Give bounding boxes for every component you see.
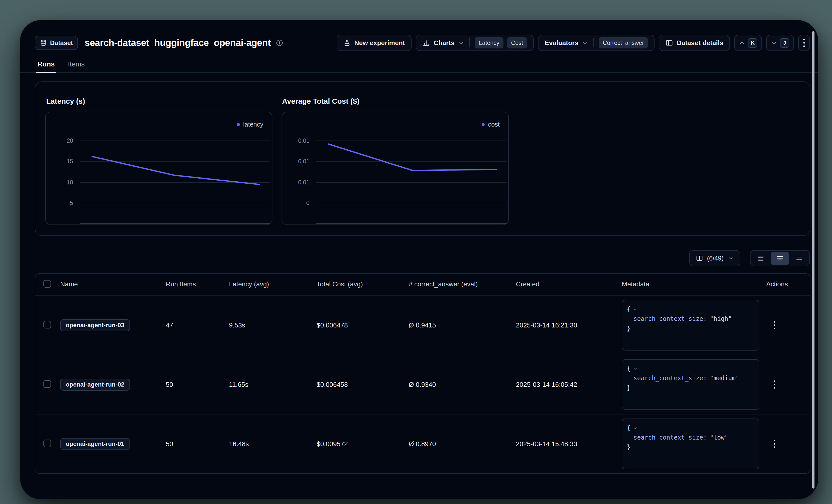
metadata-viewer[interactable]: { search_context_size:"low" } (622, 419, 759, 469)
scrollbar[interactable] (812, 31, 814, 488)
tab-runs[interactable]: Runs (36, 56, 56, 72)
metadata-key: search_context_size: (633, 375, 707, 382)
metadata-value: "medium" (710, 375, 739, 382)
table-toolbar: (6/49) (689, 250, 810, 266)
evaluators-label: Evaluators (545, 39, 578, 47)
run-items-value: 50 (166, 381, 229, 389)
tab-items[interactable]: Items (67, 56, 86, 72)
latency-line-chart-svg (46, 112, 273, 225)
chevron-down-icon[interactable] (633, 426, 638, 430)
chevron-down-icon[interactable] (633, 307, 638, 312)
column-header-name[interactable]: Name (60, 280, 166, 288)
cost-chart-title: Average Total Cost ($) (282, 97, 360, 106)
metadata-viewer[interactable]: { search_context_size:"medium" } (622, 359, 759, 410)
cost-chart-legend: cost (482, 121, 500, 128)
created-value: 2025-03-14 16:21:30 (516, 321, 622, 329)
row-checkbox[interactable] (44, 380, 51, 388)
row-actions-button[interactable] (771, 377, 778, 392)
page-title: search-dataset_huggingface_openai-agent (84, 37, 271, 48)
column-header-run-items[interactable]: Run Items (166, 280, 229, 288)
kebab-icon (774, 321, 775, 329)
metadata-value: "high" (710, 315, 732, 323)
tab-runs-label: Runs (37, 60, 55, 68)
y-tick-label: 5 (46, 199, 73, 207)
columns-icon (696, 255, 703, 262)
bar-chart-icon (422, 39, 430, 47)
run-name-badge[interactable]: openai-agent-run-03 (60, 319, 130, 331)
chevron-down-icon (582, 40, 588, 46)
kebab-icon (803, 39, 805, 47)
select-all-checkbox[interactable] (44, 280, 51, 288)
row-actions-button[interactable] (771, 318, 778, 332)
row-checkbox[interactable] (44, 440, 51, 447)
table-row[interactable]: openai-agent-run-01 50 16.48s $0.009572 … (35, 414, 810, 473)
row-height-medium-button[interactable] (771, 252, 789, 265)
kebab-icon (774, 381, 775, 389)
column-header-actions: Actions (766, 280, 809, 288)
new-experiment-button[interactable]: New experiment (337, 35, 412, 51)
evaluators-button[interactable]: Evaluators Correct_answer (538, 35, 654, 51)
correct-answer-value: Ø 0.9415 (409, 321, 516, 329)
divider (593, 38, 594, 48)
legend-label: latency (243, 121, 263, 128)
row-actions-button[interactable] (771, 437, 778, 451)
charts-button[interactable]: Charts Latency Cost (416, 35, 534, 51)
charts-label: Charts (434, 39, 454, 47)
dataset-details-button[interactable]: Dataset details (659, 35, 730, 51)
chevron-up-icon (739, 39, 746, 46)
prev-run-button[interactable]: K (734, 35, 762, 51)
latency-chart: 20 15 10 5 latency (45, 112, 272, 225)
latency-value: 11.65s (229, 381, 317, 389)
chart-metric-badge-latency[interactable]: Latency (475, 37, 503, 49)
y-tick-label: 0.01 (282, 137, 310, 145)
run-name-badge[interactable]: openai-agent-run-01 (60, 438, 130, 450)
dataset-details-label: Dataset details (677, 39, 723, 47)
y-tick-label: 20 (46, 137, 73, 145)
divider (469, 38, 470, 48)
cost-line-chart-svg (282, 112, 509, 225)
database-icon (40, 39, 47, 47)
row-checkbox[interactable] (44, 321, 51, 329)
row-height-compact-button[interactable] (752, 252, 770, 265)
header: Dataset search-dataset_huggingface_opena… (35, 34, 810, 51)
total-cost-value: $0.006478 (317, 321, 409, 329)
y-tick-label: 0 (282, 199, 310, 207)
latency-chart-legend: latency (237, 121, 263, 128)
column-header-correct-answer[interactable]: # correct_answer (eval) (409, 280, 516, 288)
table-row[interactable]: openai-agent-run-02 50 11.65s $0.006458 … (35, 355, 810, 414)
latency-chart-title: Latency (s) (46, 97, 85, 106)
metadata-close-brace: } (627, 325, 630, 332)
legend-dot-icon (482, 123, 485, 126)
column-header-latency[interactable]: Latency (avg) (229, 280, 317, 288)
metadata-open-brace: { (627, 365, 630, 372)
column-header-created[interactable]: Created (516, 280, 622, 288)
info-icon[interactable] (276, 39, 283, 47)
runs-table: Name Run Items Latency (avg) Total Cost … (35, 273, 810, 474)
row-height-tall-button[interactable] (790, 252, 808, 265)
next-run-button[interactable]: J (766, 35, 794, 51)
evaluator-badge-correct-answer[interactable]: Correct_answer (599, 37, 648, 49)
legend-dot-icon (237, 123, 240, 126)
column-header-metadata[interactable]: Metadata (622, 280, 766, 288)
cost-chart: 0.01 0.01 0.01 0 cost (282, 112, 509, 225)
flask-icon (343, 39, 351, 47)
chevron-down-icon[interactable] (633, 366, 638, 371)
metadata-close-brace: } (627, 384, 630, 391)
chart-metric-badge-cost[interactable]: Cost (507, 37, 527, 49)
y-tick-label: 0.01 (282, 178, 310, 187)
table-row[interactable]: openai-agent-run-03 47 9.53s $0.006478 Ø… (35, 295, 810, 355)
run-name-badge[interactable]: openai-agent-run-02 (60, 379, 130, 391)
kbd-shortcut-j: J (780, 38, 789, 48)
more-menu-button[interactable] (798, 35, 810, 51)
run-items-value: 50 (166, 440, 229, 448)
metadata-viewer[interactable]: { search_context_size:"high" } (622, 300, 759, 351)
dataset-badge-label: Dataset (50, 39, 73, 47)
dataset-type-badge: Dataset (35, 36, 78, 50)
column-header-total-cost[interactable]: Total Cost (avg) (317, 280, 409, 288)
created-value: 2025-03-14 16:05:42 (516, 381, 622, 389)
run-items-value: 47 (166, 321, 229, 329)
column-count-label: (6/49) (707, 255, 724, 262)
correct-answer-value: Ø 0.8970 (409, 440, 516, 448)
rows-tall-icon (796, 255, 803, 262)
column-visibility-button[interactable]: (6/49) (689, 250, 740, 266)
